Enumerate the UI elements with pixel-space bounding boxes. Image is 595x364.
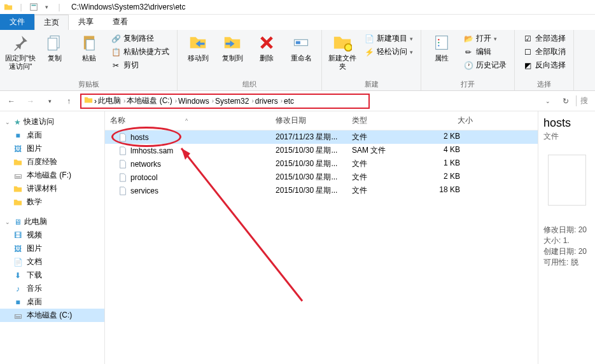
group-organize: 移动到 复制到 删除 重命名 组织 bbox=[178, 30, 322, 90]
svg-rect-0 bbox=[31, 4, 38, 11]
delete-icon bbox=[256, 32, 277, 53]
preview-metadata: 修改日期: 20 大小: 1. 创建日期: 20 可用性: 脱 bbox=[543, 225, 590, 268]
copy-path-button[interactable]: 🔗复制路径 bbox=[108, 32, 172, 45]
select-none-button[interactable]: ☐全部取消 bbox=[520, 46, 568, 58]
sidebar-math[interactable]: 数学 bbox=[0, 195, 104, 209]
rename-icon bbox=[291, 32, 311, 53]
svg-point-10 bbox=[438, 39, 439, 40]
copy-icon bbox=[45, 32, 65, 53]
sidebar-pictures2[interactable]: 🖼图片 bbox=[0, 242, 104, 255]
sidebar-videos[interactable]: 🎞视频 bbox=[0, 228, 104, 242]
folder-icon bbox=[3, 1, 14, 13]
svg-point-11 bbox=[438, 42, 439, 43]
sidebar-desktop2[interactable]: ■桌面 bbox=[0, 295, 104, 309]
tab-view[interactable]: 查看 bbox=[103, 14, 137, 30]
svg-rect-5 bbox=[86, 39, 94, 50]
crumb-1[interactable]: 本地磁盘 (C:)› bbox=[127, 95, 177, 106]
file-row[interactable]: protocol2015/10/30 星期...文件2 KB bbox=[105, 171, 538, 184]
col-date[interactable]: 修改日期 bbox=[276, 114, 352, 127]
copy-button[interactable]: 复制 bbox=[39, 32, 70, 62]
file-type: 文件 bbox=[352, 158, 422, 169]
back-button[interactable]: ← bbox=[4, 94, 19, 109]
file-type: 文件 bbox=[352, 132, 422, 143]
col-name[interactable]: 名称^ bbox=[110, 114, 276, 127]
edit-icon: ✏ bbox=[463, 47, 473, 57]
tab-share[interactable]: 共享 bbox=[69, 14, 103, 30]
file-name: protocol bbox=[130, 173, 158, 182]
recent-dropdown[interactable]: ▾ bbox=[42, 94, 57, 109]
col-size[interactable]: 大小 bbox=[422, 114, 473, 127]
invert-selection-button[interactable]: ◩反向选择 bbox=[520, 59, 568, 71]
file-name: networks bbox=[130, 160, 161, 169]
sidebar-quick-access[interactable]: ⌄★快速访问 bbox=[0, 115, 104, 129]
crumb-5[interactable]: etc bbox=[284, 97, 294, 106]
open-icon: 📂 bbox=[463, 34, 473, 44]
sidebar-music[interactable]: ♪音乐 bbox=[0, 282, 104, 295]
addr-dropdown-icon[interactable]: ⌄ bbox=[540, 94, 556, 109]
copy-path-icon: 🔗 bbox=[111, 34, 121, 44]
content-area: ⌄★快速访问 ■桌面 🖼图片 百度经验 🖴本地磁盘 (F:) 讲课材料 数学 ⌄… bbox=[0, 111, 595, 364]
up-button[interactable]: ↑ bbox=[61, 94, 76, 109]
paste-button[interactable]: 粘贴 bbox=[74, 32, 104, 62]
properties-button[interactable]: 属性 bbox=[426, 32, 457, 62]
file-row[interactable]: lmhosts.sam2015/10/30 星期...SAM 文件4 KB bbox=[105, 144, 538, 157]
sidebar-documents[interactable]: 📄文档 bbox=[0, 255, 104, 269]
refresh-button[interactable]: ↻ bbox=[558, 94, 573, 109]
file-name: lmhosts.sam bbox=[130, 146, 173, 155]
address-bar[interactable]: › 此电脑› 本地磁盘 (C:)› Windows› System32› dri… bbox=[80, 94, 370, 109]
svg-rect-1 bbox=[32, 5, 36, 6]
new-item-button[interactable]: 📄新建项目▾ bbox=[361, 32, 416, 45]
qat-props-icon[interactable] bbox=[28, 1, 39, 13]
qat-dropdown-icon[interactable]: ▾ bbox=[41, 1, 52, 13]
search-box[interactable]: 搜 bbox=[576, 95, 591, 106]
cut-button[interactable]: ✂剪切 bbox=[108, 59, 172, 71]
invert-icon: ◩ bbox=[522, 60, 533, 71]
paste-shortcut-button[interactable]: 📋粘贴快捷方式 bbox=[108, 46, 172, 58]
sidebar-pictures[interactable]: 🖼图片 bbox=[0, 142, 104, 155]
file-icon bbox=[118, 159, 128, 169]
crumb-2[interactable]: Windows› bbox=[178, 97, 214, 106]
crumb-0[interactable]: 此电脑› bbox=[98, 95, 125, 106]
sidebar-downloads[interactable]: ⬇下载 bbox=[0, 269, 104, 282]
pin-button[interactable]: 固定到"快速访问" bbox=[5, 32, 36, 71]
sidebar-disk-c[interactable]: 🖴本地磁盘 (C:) bbox=[0, 309, 104, 322]
copy-to-button[interactable]: 复制到 bbox=[217, 32, 248, 62]
paste-icon bbox=[79, 32, 99, 53]
rename-button[interactable]: 重命名 bbox=[286, 32, 316, 62]
ribbon: 固定到"快速访问" 复制 粘贴 🔗复制路径 📋粘贴快捷方式 ✂剪切 剪贴板 移动… bbox=[0, 30, 595, 91]
forward-button[interactable]: → bbox=[23, 94, 38, 109]
qat-sep2: | bbox=[53, 1, 65, 13]
easy-access-button[interactable]: ⚡轻松访问▾ bbox=[361, 46, 416, 58]
new-folder-icon bbox=[332, 32, 353, 53]
crumb-4[interactable]: drivers› bbox=[255, 97, 283, 106]
chevron-right-icon[interactable]: › bbox=[94, 97, 97, 106]
sidebar-desktop[interactable]: ■桌面 bbox=[0, 129, 104, 142]
new-item-icon: 📄 bbox=[364, 34, 374, 44]
history-button[interactable]: 🕐历史记录 bbox=[461, 59, 509, 71]
edit-button[interactable]: ✏编辑 bbox=[461, 46, 509, 58]
sidebar-this-pc[interactable]: ⌄🖥此电脑 bbox=[0, 215, 104, 228]
delete-button[interactable]: 删除 bbox=[251, 32, 282, 62]
column-headers[interactable]: 名称^ 修改日期 类型 大小 bbox=[105, 111, 538, 130]
select-all-button[interactable]: ☑全部选择 bbox=[520, 32, 568, 45]
crumb-3[interactable]: System32› bbox=[215, 97, 254, 106]
select-all-icon: ☑ bbox=[522, 34, 533, 44]
file-date: 2015/10/30 星期... bbox=[276, 185, 352, 196]
new-folder-button[interactable]: 新建文件夹 bbox=[327, 32, 358, 71]
pin-icon bbox=[10, 32, 31, 53]
file-row[interactable]: networks2015/10/30 星期...文件1 KB bbox=[105, 157, 538, 171]
tab-home[interactable]: 主页 bbox=[34, 15, 69, 30]
sidebar-disk-f[interactable]: 🖴本地磁盘 (F:) bbox=[0, 169, 104, 182]
col-type[interactable]: 类型 bbox=[352, 114, 422, 127]
file-size: 4 KB bbox=[422, 145, 473, 156]
sidebar-baidu[interactable]: 百度经验 bbox=[0, 155, 104, 169]
file-row[interactable]: hosts2017/11/23 星期...文件2 KB bbox=[105, 130, 538, 144]
sidebar-courseware[interactable]: 讲课材料 bbox=[0, 182, 104, 195]
properties-icon bbox=[431, 32, 452, 53]
preview-title: hosts bbox=[543, 116, 590, 130]
sidebar: ⌄★快速访问 ■桌面 🖼图片 百度经验 🖴本地磁盘 (F:) 讲课材料 数学 ⌄… bbox=[0, 111, 105, 364]
tab-file[interactable]: 文件 bbox=[0, 14, 34, 30]
open-button[interactable]: 📂打开▾ bbox=[461, 32, 509, 45]
file-row[interactable]: services2015/10/30 星期...文件18 KB bbox=[105, 184, 538, 197]
move-to-button[interactable]: 移动到 bbox=[183, 32, 213, 62]
